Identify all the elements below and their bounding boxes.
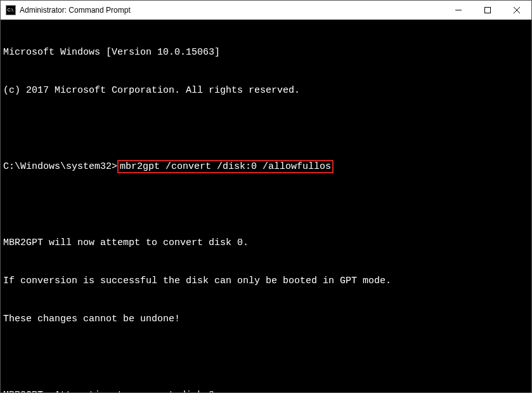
cmd-icon: C:\. — [6, 5, 16, 15]
blank-line — [3, 199, 529, 211]
output-line: MBR2GPT will now attempt to convert disk… — [3, 237, 529, 250]
output-line: Microsoft Windows [Version 10.0.15063] — [3, 46, 529, 59]
output-line: MBR2GPT: Attempting to convert disk 0 — [3, 389, 529, 392]
window-title: Administrator: Command Prompt — [20, 6, 444, 15]
command-prompt-window: C:\. Administrator: Command Prompt Micro… — [0, 0, 532, 393]
window-controls — [444, 1, 531, 19]
titlebar[interactable]: C:\. Administrator: Command Prompt — [1, 1, 531, 20]
prompt-prefix: C:\Windows\system32> — [3, 161, 117, 172]
blank-line — [3, 123, 529, 135]
close-icon — [514, 7, 520, 13]
prompt-line: C:\Windows\system32>mbr2gpt /convert /di… — [3, 161, 529, 173]
highlighted-command: mbr2gpt /convert /disk:0 /allowfullos — [117, 160, 334, 173]
close-button[interactable] — [502, 1, 531, 19]
maximize-icon — [484, 7, 491, 13]
minimize-icon — [455, 7, 462, 13]
output-line: (c) 2017 Microsoft Corporation. All righ… — [3, 84, 529, 97]
output-line: If conversion is successful the disk can… — [3, 275, 529, 288]
svg-rect-1 — [485, 7, 491, 13]
blank-line — [3, 351, 529, 364]
output-line: These changes cannot be undone! — [3, 313, 529, 326]
minimize-button[interactable] — [444, 1, 473, 19]
cmd-icon-text: C:\. — [8, 8, 15, 12]
terminal-area[interactable]: Microsoft Windows [Version 10.0.15063] (… — [1, 20, 531, 392]
maximize-button[interactable] — [473, 1, 502, 19]
